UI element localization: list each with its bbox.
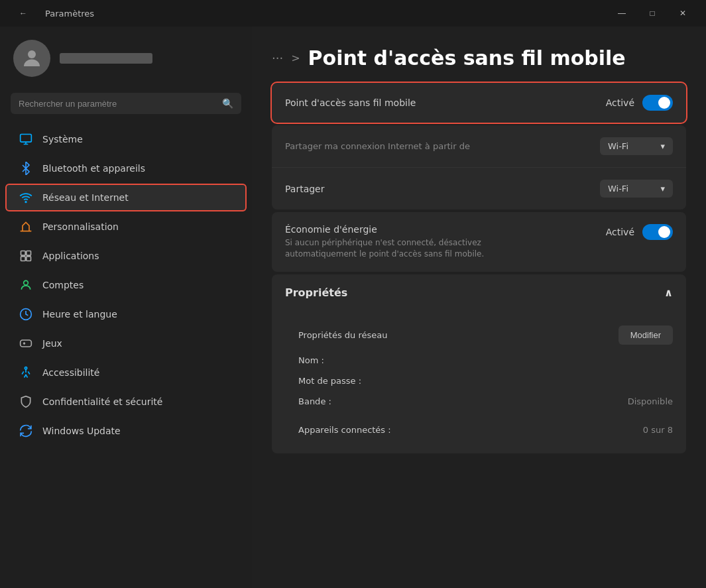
comptes-icon [19, 278, 33, 292]
bande-value: Disponible [628, 396, 673, 406]
nom-row: Nom : [298, 350, 673, 371]
sidebar-item-comptes[interactable]: Comptes [5, 271, 247, 299]
appareils-value: 0 sur 8 [643, 425, 673, 435]
share-connection-value: Wi-Fi [608, 141, 628, 151]
windows-update-icon [19, 424, 33, 438]
chevron-down-icon-2: ▾ [660, 184, 665, 194]
avatar [13, 40, 50, 77]
sidebar-item-personnalisation[interactable]: Personnalisation [5, 213, 247, 241]
economy-desc: Si aucun périphérique n'est connecté, dé… [285, 237, 537, 260]
share-connection-row: Partager ma connexion Internet à partir … [272, 125, 686, 168]
breadcrumb-arrow: > [291, 52, 300, 64]
sidebar-item-reseau[interactable]: Réseau et Internet [5, 184, 247, 211]
sidebar-item-bluetooth-label: Bluetooth et appareils [42, 163, 145, 174]
sidebar-item-bluetooth[interactable]: Bluetooth et appareils [5, 154, 247, 182]
sidebar-item-jeux-label: Jeux [42, 338, 62, 349]
applications-icon [19, 249, 33, 263]
titlebar-title: Paramètres [45, 9, 94, 19]
properties-label: Propriétés [285, 286, 347, 299]
titlebar: ← Paramètres — □ ✕ [0, 0, 706, 27]
sidebar-item-heure-label: Heure et langue [42, 309, 117, 320]
sidebar-item-accessibilite-label: Accessibilité [42, 367, 99, 378]
economy-left: Économie d'énergie Si aucun périphérique… [285, 224, 606, 260]
share-dropdown[interactable]: Wi-Fi ▾ [600, 180, 673, 198]
svg-rect-3 [21, 251, 26, 256]
economy-toggle[interactable] [642, 224, 673, 240]
economy-toggle-knob [658, 226, 670, 238]
modify-button[interactable]: Modifier [618, 325, 673, 345]
svg-point-2 [25, 202, 27, 203]
svg-rect-1 [21, 135, 32, 143]
search-input[interactable] [19, 99, 217, 109]
share-value: Wi-Fi [608, 184, 628, 194]
nom-label: Nom : [298, 355, 324, 365]
chevron-down-icon: ▾ [660, 141, 665, 151]
breadcrumb-dots: ··· [272, 51, 283, 65]
sidebar-item-confidentialite-label: Confidentialité et sécurité [42, 396, 162, 407]
bande-label: Bande : [298, 396, 331, 406]
user-name-placeholder [60, 53, 152, 64]
mdp-row: Mot de passe : [298, 371, 673, 391]
hotspot-toggle[interactable] [642, 95, 673, 111]
sidebar-item-jeux[interactable]: Jeux [5, 329, 247, 357]
page-title: Point d'accès sans fil mobile [308, 46, 626, 70]
sidebar-item-systeme-label: Système [42, 134, 83, 145]
share-connection-dropdown[interactable]: Wi-Fi ▾ [600, 137, 673, 155]
sidebar-item-heure[interactable]: Heure et langue [5, 300, 247, 328]
properties-network-label: Propriétés du réseau [298, 330, 388, 340]
properties-card: Propriétés ∧ Propriétés du réseau Modifi… [272, 274, 686, 453]
sidebar-item-reseau-label: Réseau et Internet [42, 192, 129, 203]
search-box[interactable]: 🔍 [11, 93, 241, 114]
bande-row: Bande : Disponible [298, 391, 673, 412]
sidebar: 🔍 Système Bluetooth et appareils [0, 27, 252, 588]
svg-point-7 [24, 280, 29, 285]
svg-rect-9 [21, 340, 32, 347]
svg-rect-6 [27, 257, 31, 261]
appareils-row: Appareils connectés : 0 sur 8 [298, 420, 673, 440]
heure-icon [19, 307, 33, 322]
titlebar-left: ← Paramètres [8, 3, 94, 24]
accessibilite-icon [19, 365, 33, 380]
economy-label: Économie d'énergie [285, 224, 606, 235]
sidebar-item-confidentialite[interactable]: Confidentialité et sécurité [5, 388, 247, 416]
sidebar-item-personnalisation-label: Personnalisation [42, 221, 119, 232]
sidebar-item-windows-update-label: Windows Update [42, 426, 121, 436]
svg-point-0 [28, 50, 36, 58]
user-section [0, 27, 252, 88]
properties-header[interactable]: Propriétés ∧ [272, 274, 686, 311]
jeux-icon [19, 336, 33, 351]
hotspot-label: Point d'accès sans fil mobile [285, 97, 416, 108]
main-content: ··· > Point d'accès sans fil mobile Poin… [252, 27, 706, 588]
hotspot-toggle-knob [658, 97, 670, 109]
svg-point-10 [25, 367, 27, 369]
hotspot-status: Activé [606, 97, 634, 108]
chevron-up-icon: ∧ [664, 286, 673, 299]
systeme-icon [19, 132, 33, 147]
close-button[interactable]: ✕ [668, 3, 698, 24]
back-button[interactable]: ← [8, 3, 38, 24]
economy-row: Économie d'énergie Si aucun périphérique… [272, 212, 686, 272]
sidebar-item-systeme[interactable]: Système [5, 125, 247, 153]
sidebar-item-accessibilite[interactable]: Accessibilité [5, 359, 247, 386]
economy-right: Activé [606, 224, 673, 240]
search-icon: 🔍 [222, 98, 233, 109]
sidebar-item-windows-update[interactable]: Windows Update [5, 417, 247, 445]
economy-status: Activé [606, 227, 634, 237]
share-connection-label: Partager ma connexion Internet à partir … [285, 141, 470, 151]
share-row: Partager Wi-Fi ▾ [272, 168, 686, 209]
app-container: 🔍 Système Bluetooth et appareils [0, 27, 706, 588]
economy-card: Économie d'énergie Si aucun périphérique… [272, 212, 686, 272]
properties-network-row: Propriétés du réseau Modifier [298, 318, 673, 350]
hotspot-row: Point d'accès sans fil mobile Activé [272, 83, 686, 123]
sidebar-item-comptes-label: Comptes [42, 280, 84, 290]
sidebar-item-applications[interactable]: Applications [5, 242, 247, 270]
svg-rect-4 [27, 251, 31, 256]
titlebar-controls: — □ ✕ [607, 3, 698, 24]
maximize-button[interactable]: □ [637, 3, 668, 24]
share-connection-card: Partager ma connexion Internet à partir … [272, 125, 686, 209]
properties-content: Propriétés du réseau Modifier Nom : Mot … [272, 311, 686, 453]
confidentialite-icon [19, 394, 33, 409]
minimize-button[interactable]: — [607, 3, 637, 24]
reseau-icon [19, 190, 33, 205]
share-label: Partager [285, 184, 324, 194]
